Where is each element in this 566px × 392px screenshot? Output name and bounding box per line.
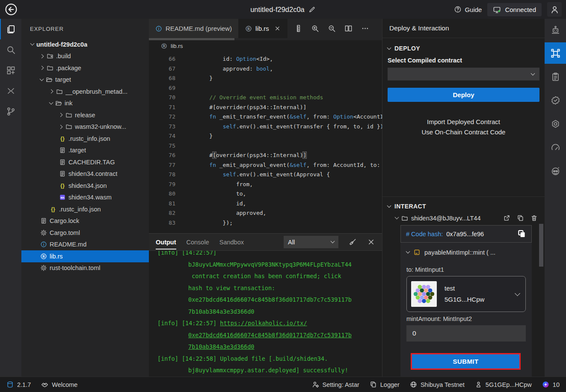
log-link[interactable]: 7b10ab384a3e3d366d0 (188, 343, 254, 350)
connected-label: Connected (505, 6, 536, 13)
deployed-contract-row[interactable]: shiden34@bJ8uyv...LT44 (382, 214, 545, 225)
tree-item[interactable]: wasm32-unknow... (21, 121, 149, 133)
activity-item-gauge[interactable] (545, 137, 566, 158)
output-log[interactable]: [info] [14:22:57]bJ8uyvLAMmxcMPpywvqV9P8… (149, 247, 382, 377)
split-icon[interactable] (344, 24, 353, 33)
compiled-contract-select[interactable] (388, 68, 539, 80)
tree-item[interactable]: Rlib.rs (21, 250, 149, 262)
deploy-section-header[interactable]: DEPLOY (382, 38, 545, 56)
deploy-section-title: DEPLOY (394, 45, 420, 52)
copy-hash-icon[interactable] (517, 229, 526, 238)
close-tab-icon[interactable] (274, 25, 281, 32)
activity-item-grid-plus[interactable] (0, 60, 21, 80)
mint-amount-input[interactable]: 0 (406, 325, 526, 342)
copy-icon[interactable] (517, 214, 524, 222)
zoom-in-icon[interactable] (311, 24, 319, 33)
account-button[interactable] (547, 2, 562, 17)
panel-tab-sandbox[interactable]: Sandbox (219, 235, 244, 249)
tree-item[interactable]: {}.rustc_info.json (21, 203, 149, 215)
folder-icon (65, 112, 72, 119)
zoom-out-icon[interactable] (328, 24, 336, 33)
status-item-pages[interactable]: Logger (370, 381, 400, 388)
tree-item[interactable]: .package (21, 62, 149, 74)
tree-item[interactable]: {}shiden34.json (21, 180, 149, 192)
line-content: } (175, 131, 213, 141)
activity-item-files[interactable] (0, 19, 21, 39)
tree-item[interactable]: shiden34.contract (21, 168, 149, 180)
status-bar-left: 2.1.7Welcome (6, 381, 77, 388)
tree-item[interactable]: rust-toolchain.toml (21, 262, 149, 274)
tree-item[interactable]: WAshiden34.wasm (21, 192, 149, 204)
line-content (175, 83, 196, 93)
tree-item[interactable]: Cargo.lock (21, 215, 149, 227)
ellipsis-icon[interactable] (361, 24, 369, 33)
activity-item-badge-check[interactable] (545, 89, 566, 111)
deploy-button[interactable]: Deploy (388, 88, 539, 102)
status-item-database[interactable]: 2.1.7 (6, 381, 31, 388)
tree-item[interactable]: {}.rustc_info.json (21, 133, 149, 145)
use-onchain-code-link[interactable]: Use On-Chain Contract Code (382, 128, 545, 136)
log-link[interactable]: 0xe27bdcd6416d66074c845b8f36d01717db7c7c… (188, 332, 352, 339)
submit-button[interactable]: SUBMIT (412, 354, 519, 368)
connected-button[interactable]: Connected (487, 3, 542, 16)
line-content: #[overrider(psp34::Internal)] (175, 103, 306, 113)
line-number: 70 (149, 93, 175, 103)
status-item-astar[interactable]: 10 (542, 381, 560, 388)
tab-readme[interactable]: README.md (preview) (149, 19, 239, 38)
account-select[interactable]: test 5G1G...HCpw (406, 276, 526, 312)
tab-scrollbar-thumb[interactable] (149, 38, 234, 40)
tree-item[interactable]: .target (21, 145, 149, 157)
activity-item-openai[interactable] (545, 113, 566, 134)
activity-item-search[interactable] (0, 39, 21, 60)
log-link[interactable]: https://polkaholic.io/tx/ (220, 320, 307, 327)
tree-item-label: Cargo.lock (50, 217, 79, 224)
close-icon[interactable] (367, 238, 375, 246)
panel-tab-console[interactable]: Console (187, 235, 209, 249)
activity-item-git-branch[interactable] (0, 101, 21, 122)
tree-item[interactable]: ink (21, 98, 149, 110)
tree-item-label: .rustc_info.json (59, 206, 101, 213)
import-deployed-contract-link[interactable]: Import Deployed Contract (382, 118, 545, 125)
open-external-icon[interactable] (503, 214, 510, 222)
line-content: } (175, 74, 213, 83)
chevron-right-icon (40, 54, 44, 58)
status-bar-right: Setting: AstarLoggerShibuya Testnet5G1GE… (312, 381, 560, 388)
code-editor[interactable]: 66 id: Option<Id>,67 approved: bool,68 }… (149, 51, 382, 233)
activity-item-robot[interactable] (545, 19, 566, 40)
mint-form: to: MintInput1 test 5G1G...HCpw mintAmou… (400, 257, 532, 370)
ruler-icon[interactable] (294, 24, 302, 33)
activity-item-collapse[interactable] (0, 80, 21, 101)
interact-section-header[interactable]: INTERACT (382, 197, 545, 214)
panel-scrollbar-thumb[interactable] (539, 224, 543, 267)
mint-method-row[interactable]: payableMintImpl::mint ( ... (400, 243, 532, 257)
status-item-person-gear[interactable]: Setting: Astar (312, 381, 359, 388)
delete-icon[interactable] (530, 214, 538, 222)
log-filter-select[interactable]: All (284, 236, 338, 248)
status-item-person-pin[interactable]: 5G1GEp...HCpw (475, 381, 532, 388)
code-line: 70 // Override event emission methods (149, 93, 382, 103)
panel-tab-output[interactable]: Output (156, 235, 176, 249)
tab-lib[interactable]: Rlib.rs (239, 19, 287, 38)
breadcrumb[interactable]: R lib.rs (149, 40, 382, 51)
activity-item-deploy[interactable] (545, 42, 566, 64)
activity-item-clipboard[interactable] (545, 66, 566, 87)
tree-item[interactable]: README.md (21, 239, 149, 251)
guide-button[interactable]: Guide (454, 6, 482, 13)
tree-item[interactable]: __openbrush_metad... (21, 86, 149, 98)
tree-item[interactable]: .build (21, 50, 149, 62)
status-item-handshake[interactable]: Welcome (41, 381, 77, 388)
chevron-down-icon (531, 71, 535, 75)
broom-icon[interactable] (349, 238, 357, 246)
tree-item[interactable]: untitled-f29d2c0a (21, 39, 149, 50)
status-item-globe[interactable]: Shibuya Testnet (410, 381, 465, 388)
tree-item[interactable]: release (21, 109, 149, 121)
tree-item[interactable]: CACHEDIR.TAG (21, 156, 149, 168)
log-filter-value: All (288, 239, 295, 246)
tree-item[interactable]: Cargo.toml (21, 227, 149, 239)
chevron-right-icon (49, 89, 53, 94)
tree-item[interactable]: target (21, 74, 149, 86)
grid-plus-icon (6, 65, 16, 75)
back-button[interactable] (3, 2, 19, 17)
activity-item-cool-face[interactable] (545, 160, 566, 181)
edit-title-icon[interactable] (308, 6, 316, 13)
